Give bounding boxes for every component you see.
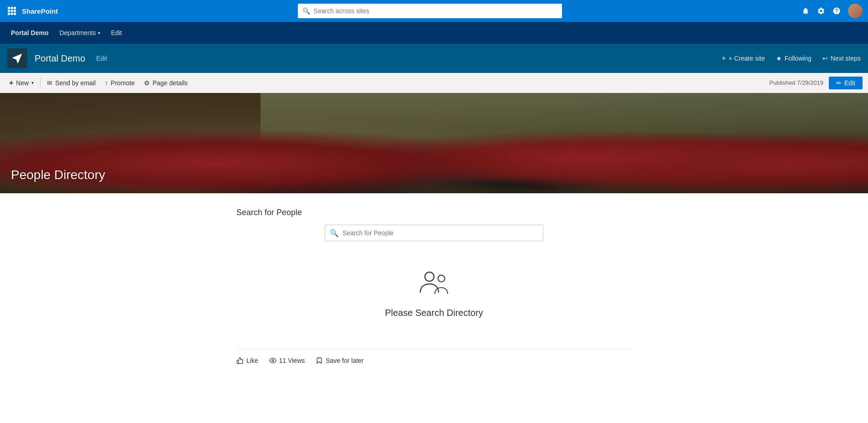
site-nav-departments[interactable]: Departments ▾	[56, 27, 103, 38]
portal-title: Portal Demo	[35, 53, 85, 64]
portal-header: Portal Demo Edit + + Create site ★ Follo…	[0, 44, 868, 73]
search-icon: 🔍	[302, 7, 310, 15]
toolbar-right: Published 7/29/2019 ✏ Edit	[769, 77, 863, 89]
people-icon	[416, 268, 452, 300]
svg-rect-0	[8, 7, 10, 9]
toolbar-separator	[40, 77, 41, 88]
hero-title: People Directory	[11, 168, 105, 182]
edit-button[interactable]: ✏ Edit	[829, 77, 863, 89]
footer-actions: Like 11 Views Save for later	[236, 357, 632, 364]
svg-rect-8	[14, 13, 16, 15]
plus-icon: +	[722, 54, 726, 62]
portal-header-edit-link[interactable]: Edit	[96, 55, 107, 62]
global-search-container: 🔍	[63, 4, 796, 18]
sharepoint-name: SharePoint	[22, 7, 58, 15]
svg-rect-5	[14, 10, 16, 12]
like-button[interactable]: Like	[236, 357, 258, 364]
people-search-input-wrap: 🔍	[325, 225, 543, 241]
search-icon: 🔍	[330, 229, 339, 237]
empty-state-text: Please Search Directory	[385, 308, 483, 318]
edit-icon: ✏	[836, 79, 842, 87]
svg-rect-1	[11, 7, 13, 9]
site-nav-portal-demo[interactable]: Portal Demo	[7, 27, 52, 38]
gear-icon: ⚙	[144, 79, 150, 87]
footer-divider	[236, 349, 632, 350]
site-nav-edit[interactable]: Edit	[107, 27, 126, 38]
following-button[interactable]: ★ Following	[776, 55, 812, 62]
svg-point-12	[272, 360, 274, 361]
next-steps-button[interactable]: ↩ Next steps	[822, 55, 861, 62]
save-for-later-button[interactable]: Save for later	[316, 357, 363, 364]
published-status: Published 7/29/2019	[769, 79, 823, 86]
sharepoint-logo[interactable]: SharePoint	[22, 7, 58, 15]
top-navbar: SharePoint 🔍	[0, 0, 868, 22]
chevron-down-icon: ▾	[98, 31, 100, 36]
page-details-button[interactable]: ⚙ Page details	[140, 77, 191, 88]
new-button[interactable]: + New ▾	[5, 77, 37, 89]
svg-point-9	[425, 272, 434, 281]
plus-icon: +	[9, 79, 13, 87]
portal-header-right: + + Create site ★ Following ↩ Next steps	[722, 54, 861, 62]
create-site-button[interactable]: + + Create site	[722, 54, 765, 62]
email-icon: ✉	[47, 79, 52, 87]
user-avatar[interactable]	[848, 4, 863, 18]
portal-header-left: Portal Demo Edit	[7, 48, 107, 68]
main-content: Search for People 🔍 Please Search Direct…	[229, 193, 639, 342]
svg-rect-3	[8, 10, 10, 12]
people-search-input[interactable]	[342, 229, 538, 237]
views-count: 11 Views	[269, 357, 305, 364]
svg-rect-4	[11, 10, 13, 12]
page-toolbar: + New ▾ ✉ Send by email ↑ Promote ⚙ Page…	[0, 73, 868, 93]
hero-background	[0, 93, 868, 193]
top-nav-right	[802, 4, 863, 18]
notification-bell-icon[interactable]	[802, 7, 810, 15]
global-search-input[interactable]	[314, 7, 557, 15]
svg-rect-6	[8, 13, 10, 15]
top-nav-left: SharePoint	[5, 5, 58, 17]
next-steps-icon: ↩	[822, 55, 828, 62]
global-search-bar: 🔍	[298, 4, 562, 18]
chevron-down-icon: ▾	[31, 80, 34, 85]
hero-banner: People Directory	[0, 93, 868, 193]
site-navbar: Portal Demo Departments ▾ Edit	[0, 22, 868, 44]
app-launcher-icon[interactable]	[5, 5, 18, 17]
settings-icon[interactable]	[817, 7, 825, 15]
hero-furniture	[0, 93, 868, 193]
portal-logo	[7, 48, 27, 68]
toolbar-left: + New ▾ ✉ Send by email ↑ Promote ⚙ Page…	[5, 77, 191, 89]
promote-button[interactable]: ↑ Promote	[101, 77, 138, 88]
send-by-email-button[interactable]: ✉ Send by email	[43, 77, 99, 88]
page-footer: Like 11 Views Save for later	[229, 342, 639, 371]
svg-rect-2	[14, 7, 16, 9]
help-icon[interactable]	[832, 7, 841, 15]
promote-icon: ↑	[105, 79, 108, 87]
star-icon: ★	[776, 55, 782, 62]
people-search-box: 🔍	[236, 225, 632, 241]
svg-rect-7	[11, 13, 13, 15]
people-search-label: Search for People	[236, 208, 632, 217]
people-empty-state: Please Search Directory	[236, 259, 632, 327]
